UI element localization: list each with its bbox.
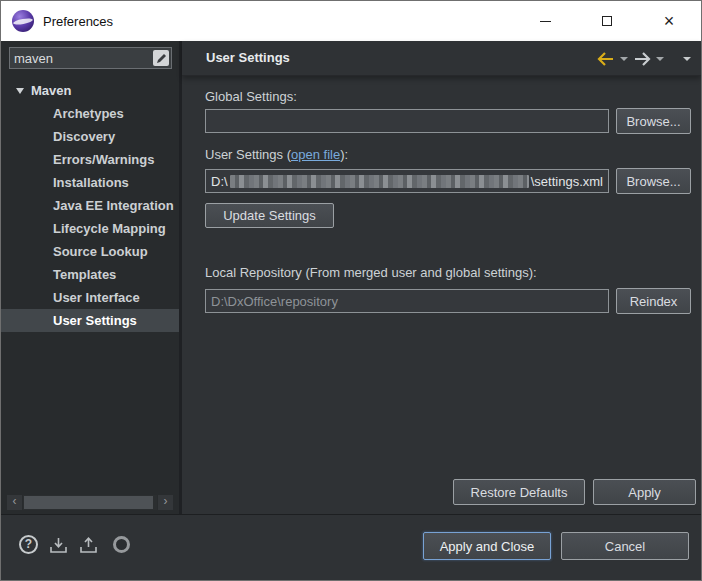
sidebar: Maven Archetypes Discovery Errors/Warnin… (1, 41, 179, 516)
minimize-button-icon[interactable] (525, 7, 565, 35)
tree-item-source-lookup[interactable]: Source Lookup (1, 240, 179, 263)
preferences-window: Preferences × Maven Archetypes Discovery… (0, 0, 702, 581)
user-settings-label: User Settings (open file): (205, 147, 348, 162)
help-icon[interactable]: ? (19, 535, 38, 554)
scroll-right-icon[interactable]: › (158, 495, 173, 510)
horizontal-scrollbar[interactable]: ‹ › (7, 495, 173, 510)
user-settings-path-input[interactable]: D:\ \settings.xml (205, 169, 609, 193)
tree-item-label: Java EE Integration (53, 198, 174, 213)
local-repository-label: Local Repository (From merged user and g… (205, 265, 537, 280)
global-settings-input[interactable] (205, 109, 609, 133)
tree-item-archetypes[interactable]: Archetypes (1, 102, 179, 125)
local-repository-input[interactable] (205, 289, 609, 313)
apply-and-close-button[interactable]: Apply and Close (423, 532, 551, 560)
window-title: Preferences (43, 14, 113, 29)
tree-item-installations[interactable]: Installations (1, 171, 179, 194)
back-history-dropdown-icon[interactable] (620, 57, 628, 61)
global-browse-button[interactable]: Browse... (616, 108, 691, 134)
path-suffix: \settings.xml (531, 174, 603, 189)
tree-item-label: Archetypes (53, 106, 124, 121)
reindex-button[interactable]: Reindex (616, 288, 691, 314)
tree-item-errors-warnings[interactable]: Errors/Warnings (1, 148, 179, 171)
tree-item-java-ee-integration[interactable]: Java EE Integration (1, 194, 179, 217)
export-preferences-icon[interactable] (79, 537, 99, 554)
tree-item-label: Source Lookup (53, 244, 148, 259)
import-preferences-icon[interactable] (49, 537, 69, 554)
tree-item-discovery[interactable]: Discovery (1, 125, 179, 148)
forward-history-dropdown-icon[interactable] (656, 57, 664, 61)
cancel-button[interactable]: Cancel (561, 532, 689, 560)
view-menu-icon[interactable] (683, 57, 691, 61)
tree-item-label: Discovery (53, 129, 115, 144)
user-settings-page: Global Settings: Browse... User Settings… (182, 77, 701, 514)
tree-item-label: Templates (53, 267, 116, 282)
tree-item-label: User Settings (53, 313, 137, 328)
tree-item-lifecycle-mapping[interactable]: Lifecycle Mapping (1, 217, 179, 240)
tree-item-label: Maven (31, 83, 71, 98)
tree-item-user-interface[interactable]: User Interface (1, 286, 179, 309)
expanded-twistie-icon[interactable] (16, 88, 24, 94)
maximize-button-icon[interactable] (587, 7, 627, 35)
page-title: User Settings (206, 41, 290, 75)
global-settings-label: Global Settings: (205, 89, 297, 104)
update-settings-button[interactable]: Update Settings (205, 203, 334, 228)
scrollbar-thumb[interactable] (24, 496, 153, 509)
dialog-footer: ? Apply and Close Cancel (1, 514, 701, 580)
redacted-path-segment (230, 175, 529, 188)
tree-item-label: Errors/Warnings (53, 152, 154, 167)
preferences-tree: Maven Archetypes Discovery Errors/Warnin… (1, 79, 179, 492)
path-prefix: D:\ (211, 174, 228, 189)
restore-defaults-button[interactable]: Restore Defaults (453, 479, 585, 505)
apply-button[interactable]: Apply (593, 479, 696, 505)
user-browse-button[interactable]: Browse... (616, 168, 691, 194)
back-arrow-icon[interactable] (597, 52, 615, 66)
tree-item-label: Lifecycle Mapping (53, 221, 166, 236)
close-button-icon[interactable]: × (649, 7, 689, 35)
eclipse-app-icon (12, 10, 34, 32)
scroll-left-icon[interactable]: ‹ (7, 495, 22, 510)
tree-item-label: User Interface (53, 290, 140, 305)
forward-arrow-icon[interactable] (633, 52, 651, 66)
tree-item-label: Installations (53, 175, 129, 190)
edit-filter-icon[interactable] (153, 50, 169, 66)
tree-item-user-settings[interactable]: User Settings (1, 309, 179, 332)
tree-item-templates[interactable]: Templates (1, 263, 179, 286)
preference-recorder-icon[interactable] (113, 536, 130, 553)
filter-box (9, 47, 172, 69)
scrollbar-track[interactable] (23, 495, 157, 510)
tree-item-maven[interactable]: Maven (1, 79, 179, 102)
tree-filter-input[interactable] (10, 51, 153, 66)
titlebar: Preferences × (1, 1, 701, 41)
page-header: User Settings (182, 41, 701, 76)
open-file-link[interactable]: open file (291, 147, 340, 162)
history-nav (597, 41, 691, 76)
